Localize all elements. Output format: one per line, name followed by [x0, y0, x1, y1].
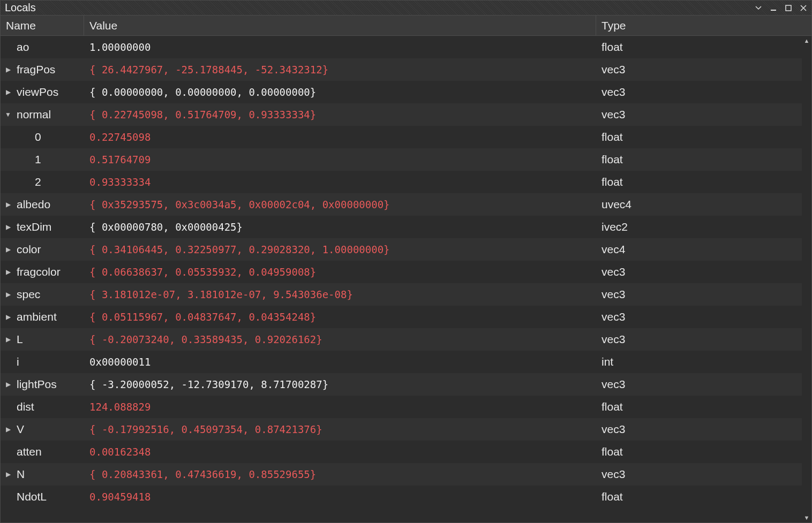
table-row[interactable]: i0x00000011int — [1, 351, 811, 373]
variable-name: dist — [17, 400, 34, 413]
cell-name: ▶albedo — [1, 193, 84, 216]
variable-value: 124.088829 — [84, 396, 596, 418]
variable-type: vec3 — [596, 283, 811, 306]
variable-value: { -0.20073240, 0.33589435, 0.92026162} — [84, 328, 596, 351]
titlebar[interactable]: Locals — [1, 1, 811, 16]
variable-value: { 0.05115967, 0.04837647, 0.04354248} — [84, 306, 596, 328]
close-icon[interactable] — [800, 4, 807, 12]
cell-name: 2 — [1, 171, 84, 193]
table-row[interactable]: ▶viewPos{ 0.00000000, 0.00000000, 0.0000… — [1, 81, 811, 103]
expand-collapsed-icon[interactable]: ▶ — [4, 66, 12, 73]
cell-name: ▶fragPos — [1, 58, 84, 81]
table-row[interactable]: ▶spec{ 3.181012e-07, 3.181012e-07, 9.543… — [1, 283, 811, 306]
cell-name: dist — [1, 396, 84, 418]
expand-collapsed-icon[interactable]: ▶ — [4, 313, 12, 321]
variable-type: vec3 — [596, 373, 811, 396]
expand-collapsed-icon[interactable]: ▶ — [4, 381, 12, 388]
table-row[interactable]: ▶V{ -0.17992516, 0.45097354, 0.87421376}… — [1, 418, 811, 441]
variable-name: color — [17, 243, 41, 256]
variable-value: { 3.181012e-07, 3.181012e-07, 9.543036e-… — [84, 283, 596, 306]
variable-value: 1.00000000 — [84, 36, 596, 58]
expand-collapsed-icon[interactable]: ▶ — [4, 471, 12, 478]
column-headers: Name Value Type — [1, 16, 811, 36]
variable-type: vec3 — [596, 463, 811, 486]
expand-collapsed-icon[interactable]: ▶ — [4, 88, 12, 96]
cell-name: NdotL — [1, 486, 84, 508]
table-row[interactable]: ▶texDim{ 0x00000780, 0x00000425}ivec2 — [1, 216, 811, 238]
table-row[interactable]: ▶N{ 0.20843361, 0.47436619, 0.85529655}v… — [1, 463, 811, 486]
expand-collapsed-icon[interactable]: ▶ — [4, 426, 12, 433]
table-row[interactable]: atten0.00162348float — [1, 441, 811, 463]
table-row[interactable]: ▶ambient{ 0.05115967, 0.04837647, 0.0435… — [1, 306, 811, 328]
variable-name: NdotL — [17, 490, 47, 503]
cell-name: ▼normal — [1, 103, 84, 126]
table-row[interactable]: ▶fragPos{ 26.4427967, -25.1788445, -52.3… — [1, 58, 811, 81]
variable-name: texDim — [17, 221, 51, 233]
expand-expanded-icon[interactable]: ▼ — [4, 111, 12, 118]
expand-collapsed-icon[interactable]: ▶ — [4, 268, 12, 276]
table-row[interactable]: 10.51764709float — [1, 148, 811, 171]
variable-value: 0.00162348 — [84, 441, 596, 463]
variable-value: 0.90459418 — [84, 486, 596, 508]
table-row[interactable]: ▶L{ -0.20073240, 0.33589435, 0.92026162}… — [1, 328, 811, 351]
variable-type: float — [596, 148, 811, 171]
cell-name: ▶ambient — [1, 306, 84, 328]
table-row[interactable]: ▼normal{ 0.22745098, 0.51764709, 0.93333… — [1, 103, 811, 126]
variable-name: 0 — [35, 131, 41, 143]
variable-value: { 0.00000000, 0.00000000, 0.00000000} — [84, 81, 596, 103]
header-type[interactable]: Type — [596, 16, 811, 35]
expand-collapsed-icon[interactable]: ▶ — [4, 201, 12, 208]
scroll-up-icon[interactable]: ▲ — [802, 36, 811, 46]
table-row[interactable]: dist124.088829float — [1, 396, 811, 418]
variable-name: albedo — [17, 198, 50, 211]
variable-type: float — [596, 171, 811, 193]
vertical-scrollbar[interactable]: ▲ ▼ — [802, 36, 811, 522]
expand-collapsed-icon[interactable]: ▶ — [4, 291, 12, 298]
table-row[interactable]: ▶albedo{ 0x35293575, 0x3c0034a5, 0x00002… — [1, 193, 811, 216]
minimize-icon[interactable] — [770, 4, 777, 12]
variable-name: viewPos — [17, 86, 58, 98]
table-row[interactable]: ▶color{ 0.34106445, 0.32250977, 0.290283… — [1, 238, 811, 261]
expand-collapsed-icon[interactable]: ▶ — [4, 223, 12, 231]
cell-name: ▶viewPos — [1, 81, 84, 103]
cell-name: 1 — [1, 148, 84, 171]
variable-type: float — [596, 36, 811, 58]
variable-name: normal — [17, 108, 51, 121]
variable-type: vec3 — [596, 81, 811, 103]
svg-rect-0 — [771, 10, 776, 11]
cell-name: ▶V — [1, 418, 84, 441]
variable-type: float — [596, 441, 811, 463]
variable-value: 0.22745098 — [84, 126, 596, 148]
variable-value: 0.93333334 — [84, 171, 596, 193]
table-row[interactable]: ▶lightPos{ -3.20000052, -12.7309170, 8.7… — [1, 373, 811, 396]
variable-name: 2 — [35, 176, 41, 188]
variable-type: vec3 — [596, 103, 811, 126]
table-row[interactable]: 20.93333334float — [1, 171, 811, 193]
window-controls — [755, 4, 807, 12]
variable-type: int — [596, 351, 811, 373]
variable-value: 0x00000011 — [84, 351, 596, 373]
scroll-down-icon[interactable]: ▼ — [802, 513, 811, 522]
table-row[interactable]: 00.22745098float — [1, 126, 811, 148]
variable-name: V — [17, 423, 24, 436]
cell-name: ▶texDim — [1, 216, 84, 238]
table-row[interactable]: NdotL0.90459418float — [1, 486, 811, 508]
variable-name: ambient — [17, 310, 57, 323]
variable-name: ao — [17, 41, 29, 54]
header-value[interactable]: Value — [84, 16, 596, 35]
header-name[interactable]: Name — [1, 16, 84, 35]
variable-type: vec4 — [596, 238, 811, 261]
table-row[interactable]: ▶fragcolor{ 0.06638637, 0.05535932, 0.04… — [1, 261, 811, 283]
dock-icon[interactable] — [755, 4, 762, 12]
expand-collapsed-icon[interactable]: ▶ — [4, 246, 12, 253]
locals-panel: Locals Name Value Type ao1.00000000float… — [0, 0, 812, 523]
cell-name: ▶lightPos — [1, 373, 84, 396]
variable-name: spec — [17, 288, 40, 301]
maximize-icon[interactable] — [785, 4, 792, 12]
cell-name: ▶fragcolor — [1, 261, 84, 283]
variable-name: lightPos — [17, 378, 57, 391]
cell-name: ao — [1, 36, 84, 58]
table-row[interactable]: ao1.00000000float — [1, 36, 811, 58]
expand-collapsed-icon[interactable]: ▶ — [4, 336, 12, 343]
variable-name: N — [17, 468, 25, 481]
